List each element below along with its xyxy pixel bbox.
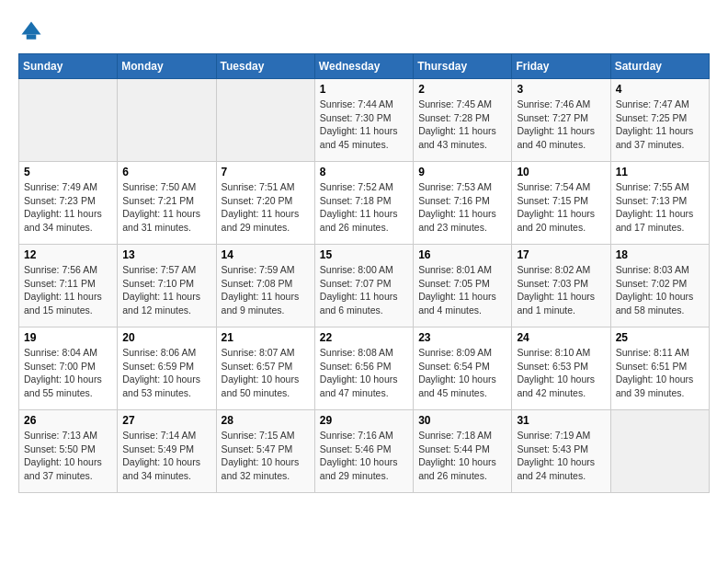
calendar-cell: 1Sunrise: 7:44 AM Sunset: 7:30 PM Daylig… bbox=[314, 79, 413, 162]
day-number: 5 bbox=[24, 166, 112, 178]
day-number: 3 bbox=[517, 83, 605, 96]
day-number: 29 bbox=[320, 414, 408, 427]
day-number: 31 bbox=[517, 414, 605, 427]
day-info: Sunrise: 8:02 AM Sunset: 7:03 PM Dayligh… bbox=[517, 263, 605, 317]
calendar-cell bbox=[118, 79, 216, 162]
calendar-cell: 18Sunrise: 8:03 AM Sunset: 7:02 PM Dayli… bbox=[610, 245, 709, 327]
page-header bbox=[18, 18, 710, 44]
calendar-header-row: SundayMondayTuesdayWednesdayThursdayFrid… bbox=[19, 54, 710, 79]
calendar-cell bbox=[19, 79, 118, 162]
day-info: Sunrise: 7:19 AM Sunset: 5:43 PM Dayligh… bbox=[517, 429, 605, 483]
day-number: 28 bbox=[222, 414, 310, 427]
day-info: Sunrise: 7:53 AM Sunset: 7:16 PM Dayligh… bbox=[418, 180, 506, 235]
day-number: 10 bbox=[517, 166, 605, 178]
day-number: 27 bbox=[122, 414, 210, 427]
day-info: Sunrise: 7:45 AM Sunset: 7:28 PM Dayligh… bbox=[418, 98, 506, 152]
day-info: Sunrise: 8:04 AM Sunset: 7:00 PM Dayligh… bbox=[24, 346, 112, 400]
calendar-cell: 7Sunrise: 7:51 AM Sunset: 7:20 PM Daylig… bbox=[216, 162, 314, 245]
calendar-cell: 16Sunrise: 8:01 AM Sunset: 7:05 PM Dayli… bbox=[414, 245, 512, 327]
day-number: 22 bbox=[320, 331, 408, 344]
day-info: Sunrise: 8:08 AM Sunset: 6:56 PM Dayligh… bbox=[320, 346, 408, 400]
day-number: 15 bbox=[320, 248, 408, 261]
day-number: 20 bbox=[122, 331, 210, 344]
day-number: 1 bbox=[320, 83, 408, 96]
day-number: 16 bbox=[418, 248, 506, 261]
calendar-cell: 9Sunrise: 7:53 AM Sunset: 7:16 PM Daylig… bbox=[414, 162, 512, 245]
calendar-cell: 24Sunrise: 8:10 AM Sunset: 6:53 PM Dayli… bbox=[512, 327, 610, 410]
weekday-header: Saturday bbox=[610, 54, 709, 79]
weekday-header: Sunday bbox=[19, 54, 118, 79]
calendar-cell: 15Sunrise: 8:00 AM Sunset: 7:07 PM Dayli… bbox=[314, 245, 413, 327]
calendar-cell: 28Sunrise: 7:15 AM Sunset: 5:47 PM Dayli… bbox=[216, 410, 314, 493]
calendar-cell: 22Sunrise: 8:08 AM Sunset: 6:56 PM Dayli… bbox=[314, 327, 413, 410]
day-number: 18 bbox=[616, 248, 704, 261]
calendar-cell: 19Sunrise: 8:04 AM Sunset: 7:00 PM Dayli… bbox=[19, 327, 118, 410]
calendar-cell: 5Sunrise: 7:49 AM Sunset: 7:23 PM Daylig… bbox=[19, 162, 118, 245]
day-number: 25 bbox=[616, 331, 704, 344]
calendar-cell: 21Sunrise: 8:07 AM Sunset: 6:57 PM Dayli… bbox=[216, 327, 314, 410]
day-info: Sunrise: 7:47 AM Sunset: 7:25 PM Dayligh… bbox=[616, 98, 704, 152]
calendar-week-row: 5Sunrise: 7:49 AM Sunset: 7:23 PM Daylig… bbox=[19, 162, 710, 245]
day-info: Sunrise: 7:13 AM Sunset: 5:50 PM Dayligh… bbox=[24, 429, 112, 483]
weekday-header: Monday bbox=[118, 54, 216, 79]
day-info: Sunrise: 7:46 AM Sunset: 7:27 PM Dayligh… bbox=[517, 98, 605, 152]
day-info: Sunrise: 8:06 AM Sunset: 6:59 PM Dayligh… bbox=[122, 346, 210, 400]
calendar-cell: 31Sunrise: 7:19 AM Sunset: 5:43 PM Dayli… bbox=[512, 410, 610, 493]
day-info: Sunrise: 8:03 AM Sunset: 7:02 PM Dayligh… bbox=[616, 263, 704, 317]
svg-rect-1 bbox=[27, 35, 37, 40]
day-number: 14 bbox=[222, 248, 310, 261]
day-info: Sunrise: 8:11 AM Sunset: 6:51 PM Dayligh… bbox=[616, 346, 704, 400]
day-info: Sunrise: 7:54 AM Sunset: 7:15 PM Dayligh… bbox=[517, 180, 605, 235]
calendar-cell bbox=[216, 79, 314, 162]
day-number: 24 bbox=[517, 331, 605, 344]
day-number: 8 bbox=[320, 166, 408, 178]
calendar-cell: 4Sunrise: 7:47 AM Sunset: 7:25 PM Daylig… bbox=[610, 79, 709, 162]
svg-marker-0 bbox=[22, 22, 41, 35]
day-info: Sunrise: 7:56 AM Sunset: 7:11 PM Dayligh… bbox=[24, 263, 112, 317]
day-info: Sunrise: 7:59 AM Sunset: 7:08 PM Dayligh… bbox=[222, 263, 310, 317]
calendar-table: SundayMondayTuesdayWednesdayThursdayFrid… bbox=[18, 53, 710, 493]
calendar-cell: 8Sunrise: 7:52 AM Sunset: 7:18 PM Daylig… bbox=[314, 162, 413, 245]
day-info: Sunrise: 8:01 AM Sunset: 7:05 PM Dayligh… bbox=[418, 263, 506, 317]
calendar-cell: 25Sunrise: 8:11 AM Sunset: 6:51 PM Dayli… bbox=[610, 327, 709, 410]
weekday-header: Thursday bbox=[414, 54, 512, 79]
day-number: 11 bbox=[616, 166, 704, 178]
day-info: Sunrise: 8:10 AM Sunset: 6:53 PM Dayligh… bbox=[517, 346, 605, 400]
calendar-cell: 29Sunrise: 7:16 AM Sunset: 5:46 PM Dayli… bbox=[314, 410, 413, 493]
logo-icon bbox=[18, 18, 44, 44]
day-number: 17 bbox=[517, 248, 605, 261]
day-info: Sunrise: 7:18 AM Sunset: 5:44 PM Dayligh… bbox=[418, 429, 506, 483]
day-info: Sunrise: 7:14 AM Sunset: 5:49 PM Dayligh… bbox=[122, 429, 210, 483]
day-number: 19 bbox=[24, 331, 112, 344]
calendar-cell: 12Sunrise: 7:56 AM Sunset: 7:11 PM Dayli… bbox=[19, 245, 118, 327]
calendar-cell: 2Sunrise: 7:45 AM Sunset: 7:28 PM Daylig… bbox=[414, 79, 512, 162]
day-info: Sunrise: 8:09 AM Sunset: 6:54 PM Dayligh… bbox=[418, 346, 506, 400]
weekday-header: Friday bbox=[512, 54, 610, 79]
day-info: Sunrise: 7:16 AM Sunset: 5:46 PM Dayligh… bbox=[320, 429, 408, 483]
day-number: 23 bbox=[418, 331, 506, 344]
calendar-cell: 26Sunrise: 7:13 AM Sunset: 5:50 PM Dayli… bbox=[19, 410, 118, 493]
day-number: 2 bbox=[418, 83, 506, 96]
day-number: 21 bbox=[222, 331, 310, 344]
calendar-week-row: 26Sunrise: 7:13 AM Sunset: 5:50 PM Dayli… bbox=[19, 410, 710, 493]
calendar-cell: 10Sunrise: 7:54 AM Sunset: 7:15 PM Dayli… bbox=[512, 162, 610, 245]
day-number: 9 bbox=[418, 166, 506, 178]
calendar-cell: 13Sunrise: 7:57 AM Sunset: 7:10 PM Dayli… bbox=[118, 245, 216, 327]
day-number: 30 bbox=[418, 414, 506, 427]
day-number: 4 bbox=[616, 83, 704, 96]
day-number: 6 bbox=[122, 166, 210, 178]
day-info: Sunrise: 7:51 AM Sunset: 7:20 PM Dayligh… bbox=[222, 180, 310, 235]
logo bbox=[18, 18, 48, 44]
weekday-header: Tuesday bbox=[216, 54, 314, 79]
day-info: Sunrise: 7:15 AM Sunset: 5:47 PM Dayligh… bbox=[222, 429, 310, 483]
day-number: 7 bbox=[222, 166, 310, 178]
calendar-cell: 3Sunrise: 7:46 AM Sunset: 7:27 PM Daylig… bbox=[512, 79, 610, 162]
calendar-week-row: 1Sunrise: 7:44 AM Sunset: 7:30 PM Daylig… bbox=[19, 79, 710, 162]
day-info: Sunrise: 7:50 AM Sunset: 7:21 PM Dayligh… bbox=[122, 180, 210, 235]
calendar-cell: 14Sunrise: 7:59 AM Sunset: 7:08 PM Dayli… bbox=[216, 245, 314, 327]
day-info: Sunrise: 7:52 AM Sunset: 7:18 PM Dayligh… bbox=[320, 180, 408, 235]
calendar-cell: 17Sunrise: 8:02 AM Sunset: 7:03 PM Dayli… bbox=[512, 245, 610, 327]
calendar-cell bbox=[610, 410, 709, 493]
calendar-cell: 23Sunrise: 8:09 AM Sunset: 6:54 PM Dayli… bbox=[414, 327, 512, 410]
calendar-cell: 6Sunrise: 7:50 AM Sunset: 7:21 PM Daylig… bbox=[118, 162, 216, 245]
